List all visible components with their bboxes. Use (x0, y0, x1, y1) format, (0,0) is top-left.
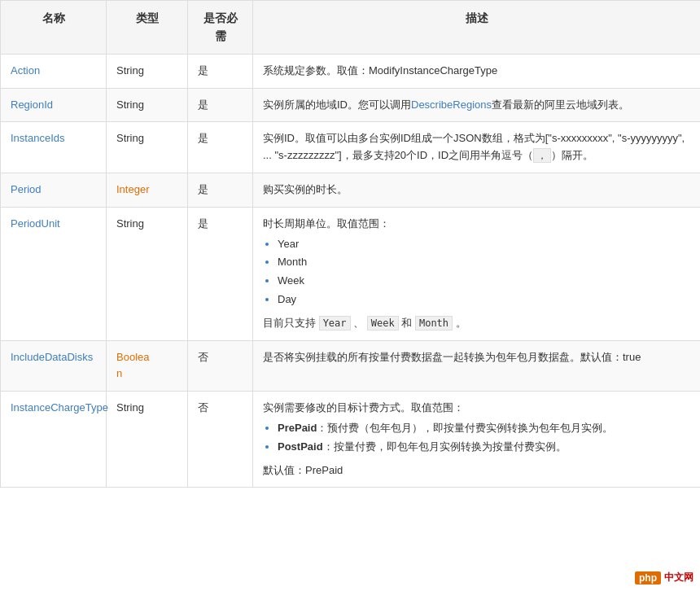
table-row: IncludeDataDisks Boolean 否 是否将实例挂载的所有按量付… (1, 340, 701, 392)
param-required: 是 (188, 207, 253, 340)
table-row: Period Integer 是 购买实例的时长。 (1, 173, 701, 207)
param-name: RegionId (1, 88, 107, 122)
param-desc: 系统规定参数。取值：ModifyInstanceChargeType (253, 54, 701, 88)
param-name: IncludeDataDisks (1, 340, 107, 392)
list-item-day: Day (278, 293, 296, 305)
list-item-year: Year (278, 238, 299, 250)
instancechargetype-list: PrePaid：预付费（包年包月），即按量付费实例转换为包年包月实例。 Post… (278, 420, 690, 456)
header-name: 名称 (1, 1, 107, 55)
param-required: 是 (188, 173, 253, 207)
param-name-link[interactable]: Period (11, 183, 42, 195)
list-item: Month (278, 254, 690, 271)
param-desc: 时长周期单位。取值范围： Year Month Week Day 目前只支持 Y… (253, 207, 701, 340)
periodunit-note: 目前只支持 Year 、 Week 和 Month 。 (263, 315, 690, 332)
header-required: 是否必需 (188, 1, 253, 55)
param-required: 是 (188, 122, 253, 173)
param-type: String (107, 54, 188, 88)
table-row: InstanceChargeType String 否 实例需要修改的目标计费方… (1, 392, 701, 488)
periodunit-list: Year Month Week Day (278, 236, 690, 309)
param-type: String (107, 207, 188, 340)
prepaid-key: PrePaid (278, 422, 317, 434)
param-type: String (107, 392, 188, 488)
param-type: Boolean (107, 340, 188, 392)
param-required: 是 (188, 54, 253, 88)
list-item: Day (278, 291, 690, 309)
week-code: Week (367, 316, 399, 331)
param-desc: 实例需要修改的目标计费方式。取值范围： PrePaid：预付费（包年包月），即按… (253, 392, 701, 488)
describe-regions-link[interactable]: DescribeRegions (411, 98, 492, 111)
api-params-table: 名称 类型 是否必需 描述 Action String 是 系统规定参数。取值：… (0, 0, 700, 488)
list-item: Year (278, 236, 690, 253)
param-name-link[interactable]: InstanceChargeType (11, 401, 108, 414)
param-name-link[interactable]: RegionId (11, 98, 53, 111)
param-required: 否 (188, 340, 253, 392)
table-header-row: 名称 类型 是否必需 描述 (1, 1, 701, 55)
comma-code: ， (533, 148, 551, 163)
list-item: PostPaid：按量付费，即包年包月实例转换为按量付费实例。 (278, 439, 690, 456)
table-row: Action String 是 系统规定参数。取值：ModifyInstance… (1, 54, 701, 88)
header-desc: 描述 (253, 1, 701, 55)
list-item: PrePaid：预付费（包年包月），即按量付费实例转换为包年包月实例。 (278, 420, 690, 437)
param-desc: 是否将实例挂载的所有按量付费数据盘一起转换为包年包月数据盘。默认值：true (253, 340, 701, 392)
param-name: PeriodUnit (1, 207, 107, 340)
param-type: String (107, 88, 188, 122)
param-required: 否 (188, 392, 253, 488)
list-item: Week (278, 273, 690, 290)
param-name: Action (1, 54, 107, 88)
table-row: InstanceIds String 是 实例ID。取值可以由多台实例ID组成一… (1, 122, 701, 173)
param-type: Integer (107, 173, 188, 207)
param-desc: 购买实例的时长。 (253, 173, 701, 207)
list-item-week: Week (278, 274, 304, 287)
param-required: 是 (188, 88, 253, 122)
param-name: InstanceChargeType (1, 392, 107, 488)
param-name-link[interactable]: InstanceIds (11, 132, 65, 144)
param-type: String (107, 122, 188, 173)
param-name-link[interactable]: Action (11, 64, 40, 77)
month-code: Month (415, 316, 453, 331)
table-row: PeriodUnit String 是 时长周期单位。取值范围： Year Mo… (1, 207, 701, 340)
list-item-month: Month (278, 256, 307, 268)
instancechargetype-default: 默认值：PrePaid (263, 462, 690, 479)
table-row: RegionId String 是 实例所属的地域ID。您可以调用Describ… (1, 88, 701, 122)
param-desc: 实例所属的地域ID。您可以调用DescribeRegions查看最新的阿里云地域… (253, 88, 701, 122)
param-name: Period (1, 173, 107, 207)
param-name-link[interactable]: IncludeDataDisks (11, 351, 93, 363)
header-type: 类型 (107, 1, 188, 55)
param-desc: 实例ID。取值可以由多台实例ID组成一个JSON数组，格式为["s-xxxxxx… (253, 122, 701, 173)
year-code: Year (319, 316, 351, 331)
postpaid-key: PostPaid (278, 440, 323, 453)
param-name-link[interactable]: PeriodUnit (11, 217, 60, 230)
param-name: InstanceIds (1, 122, 107, 173)
